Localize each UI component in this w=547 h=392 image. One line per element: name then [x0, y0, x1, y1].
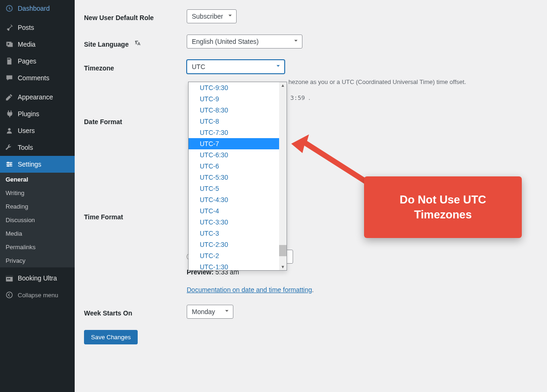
sidebar-label: Posts — [18, 24, 34, 31]
translate-icon — [134, 41, 142, 48]
timezone-option[interactable]: UTC-1:30 — [189, 261, 287, 271]
row-default-role: New User Default Role Subscriber — [84, 9, 538, 23]
label-default-role: New User Default Role — [84, 9, 187, 21]
svg-rect-8 — [6, 276, 13, 277]
timezone-option[interactable]: UTC-8:30 — [189, 105, 287, 116]
sidebar-item-plugins[interactable]: Plugins — [0, 105, 75, 122]
sidebar-label: Tools — [18, 144, 33, 151]
dropdown-scrollbar[interactable]: ▲ ▼ — [279, 82, 287, 270]
timezone-option[interactable]: UTC-2 — [189, 250, 287, 261]
booking-icon — [5, 273, 14, 283]
pin-icon — [5, 23, 14, 32]
scroll-up-icon[interactable]: ▲ — [279, 82, 287, 89]
save-changes-button[interactable]: Save Changes — [84, 330, 138, 344]
sidebar-label: Appearance — [18, 93, 53, 101]
sidebar-item-appearance[interactable]: Appearance — [0, 89, 75, 105]
row-timezone: Timezone UTC hezone as you or a UTC (Coo… — [84, 60, 538, 102]
row-site-language: Site Language English (United States) — [84, 35, 538, 49]
timezone-option[interactable]: UTC-4 — [189, 205, 287, 217]
chevron-down-icon — [293, 38, 299, 46]
chevron-down-icon — [227, 13, 233, 21]
svg-point-4 — [7, 162, 9, 164]
label-site-language: Site Language — [84, 35, 187, 48]
submenu-general[interactable]: General — [0, 173, 75, 186]
timezone-option[interactable]: UTC-3:30 — [189, 217, 287, 228]
annotation-arrow — [291, 134, 371, 190]
select-default-role[interactable]: Subscriber — [187, 9, 237, 23]
scroll-down-icon[interactable]: ▼ — [279, 264, 287, 270]
sidebar-item-comments[interactable]: Comments — [0, 70, 75, 86]
sidebar-label: Booking Ultra — [18, 274, 57, 282]
select-value: UTC — [192, 63, 205, 70]
select-value: Subscriber — [192, 13, 223, 20]
collapse-menu-button[interactable]: Collapse menu — [0, 287, 75, 303]
timezone-option[interactable]: UTC-9 — [189, 93, 287, 105]
collapse-label: Collapse menu — [18, 292, 58, 299]
timezone-dropdown-list[interactable]: ▲ ▼ UTC-9:30UTC-9UTC-8:30UTC-8UTC-7:30UT… — [188, 82, 287, 271]
timezone-option[interactable]: UTC-3 — [189, 228, 287, 239]
submenu-permalinks[interactable]: Permalinks — [0, 240, 75, 254]
timezone-option[interactable]: UTC-4:30 — [189, 194, 287, 205]
submenu-discussion[interactable]: Discussion — [0, 213, 75, 227]
sidebar-label: Media — [18, 41, 35, 48]
row-week-starts: Week Starts On Monday — [84, 305, 538, 319]
appearance-icon — [5, 92, 14, 102]
pages-icon — [5, 56, 14, 66]
timezone-option[interactable]: UTC-7 — [189, 138, 287, 149]
svg-rect-9 — [7, 278, 9, 280]
svg-point-6 — [7, 165, 9, 167]
settings-icon — [5, 160, 14, 169]
sidebar-label: Dashboard — [18, 5, 50, 12]
label-week-starts: Week Starts On — [84, 305, 187, 317]
sidebar-label: Plugins — [18, 110, 39, 118]
timezone-option[interactable]: UTC-7:30 — [189, 127, 287, 138]
label-date-format: Date Format — [84, 113, 187, 126]
timezone-option[interactable]: UTC-5 — [189, 183, 287, 194]
sidebar-item-booking-ultra[interactable]: Booking Ultra — [0, 270, 75, 287]
settings-submenu: General Writing Reading Discussion Media… — [0, 173, 75, 267]
submenu-reading[interactable]: Reading — [0, 200, 75, 213]
media-icon — [5, 40, 14, 49]
select-timezone[interactable]: UTC — [187, 60, 285, 74]
admin-sidebar: Dashboard Posts Media Pages Comments App… — [0, 0, 75, 392]
annotation-text: Do Not Use UTC Timezones — [372, 192, 513, 223]
annotation-callout: Do Not Use UTC Timezones — [364, 176, 522, 238]
sidebar-item-users[interactable]: Users — [0, 122, 75, 139]
svg-point-0 — [8, 128, 10, 131]
submenu-writing[interactable]: Writing — [0, 186, 75, 200]
timezone-option[interactable]: UTC-2:30 — [189, 239, 287, 250]
select-site-language[interactable]: English (United States) — [187, 35, 302, 49]
timezone-option[interactable]: UTC-6:30 — [189, 149, 287, 161]
comments-icon — [5, 73, 14, 83]
select-value: English (United States) — [192, 38, 259, 45]
scroll-thumb[interactable] — [279, 245, 287, 256]
tools-icon — [5, 143, 14, 152]
timezone-option[interactable]: UTC-8 — [189, 116, 287, 127]
svg-rect-10 — [9, 278, 10, 280]
timezone-option[interactable]: UTC-9:30 — [189, 82, 287, 93]
users-icon — [5, 126, 14, 135]
submenu-media[interactable]: Media — [0, 227, 75, 240]
label-time-format: Time Format — [84, 209, 187, 221]
collapse-icon — [5, 290, 14, 300]
chevron-down-icon — [224, 308, 230, 316]
svg-point-5 — [10, 163, 12, 165]
sidebar-item-settings[interactable]: Settings — [0, 156, 75, 173]
sidebar-item-posts[interactable]: Posts — [0, 19, 75, 36]
select-week-starts[interactable]: Monday — [187, 305, 233, 319]
sidebar-item-dashboard[interactable]: Dashboard — [0, 0, 75, 17]
sidebar-label: Settings — [18, 161, 42, 168]
dashboard-icon — [5, 4, 14, 13]
submenu-privacy[interactable]: Privacy — [0, 254, 75, 267]
sidebar-item-media[interactable]: Media — [0, 36, 75, 53]
sidebar-label: Users — [18, 127, 35, 134]
sidebar-item-tools[interactable]: Tools — [0, 139, 75, 156]
plugins-icon — [5, 109, 14, 119]
timezone-option[interactable]: UTC-6 — [189, 161, 287, 172]
select-value: Monday — [192, 308, 215, 315]
link-date-time-docs[interactable]: Documentation on date and time formattin… — [187, 286, 312, 294]
sidebar-item-pages[interactable]: Pages — [0, 53, 75, 70]
timezone-option[interactable]: UTC-5:30 — [189, 172, 287, 183]
svg-marker-12 — [291, 134, 369, 185]
sidebar-label: Comments — [18, 74, 49, 82]
